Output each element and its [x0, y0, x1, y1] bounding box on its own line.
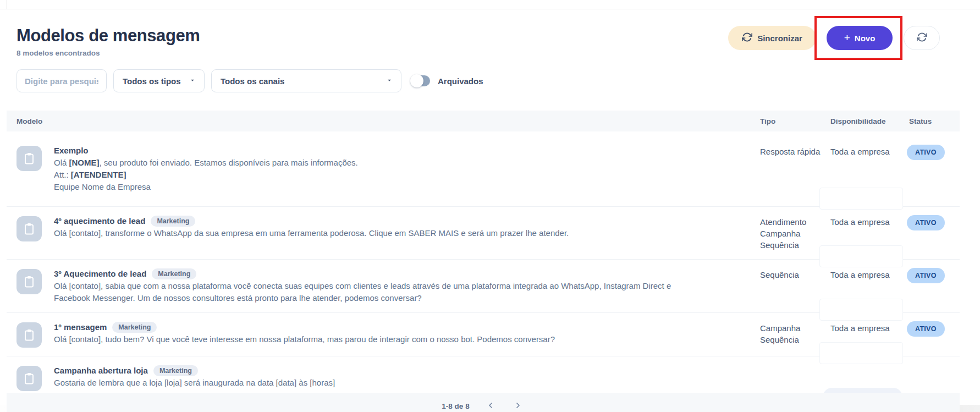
availability-cell: Toda a empresa: [824, 321, 902, 348]
content-panel: Modelos de mensagem 8 modelos encontrado…: [7, 9, 960, 412]
template-tag: Marketing: [153, 365, 198, 376]
template-description: Gostaria de lembra que a loja [loja] ser…: [54, 377, 335, 389]
status-badge: ATIVO: [907, 321, 945, 337]
clipboard-icon: [16, 146, 42, 171]
availability-cell: Toda a empresa: [824, 215, 902, 251]
archived-filter: Arquivados: [411, 75, 483, 86]
results-count: 8 modelos encontrados: [16, 49, 200, 57]
type-cell: [753, 365, 824, 391]
table-row[interactable]: 4º aquecimento de lead Marketing Olá [co…: [7, 207, 960, 260]
chevron-right-icon: [514, 401, 522, 411]
sync-button-label: Sincronizar: [757, 34, 802, 43]
availability-text: Toda a empresa: [830, 147, 890, 156]
channel-filter-select[interactable]: Todos os canais: [211, 69, 401, 92]
plus-icon: +: [844, 32, 850, 43]
top-bar: [0, 0, 980, 9]
template-tag: Marketing: [151, 216, 195, 227]
template-tag: Marketing: [152, 268, 196, 279]
clipboard-icon: [16, 366, 42, 391]
availability-text: Toda a empresa: [830, 217, 890, 227]
column-header-status: Status: [902, 117, 960, 125]
availability-cell: Toda a empresa: [824, 268, 902, 304]
template-name: 3º Aquecimento de lead: [54, 268, 146, 280]
type-filter-value: Todos os tipos: [123, 76, 181, 86]
templates-table: Modelo Tipo Disponibilidade Status Exemp…: [7, 111, 960, 400]
template-name: Exemplo: [54, 145, 89, 157]
template-name: Campanha abertura loja: [54, 365, 148, 377]
archived-label: Arquivados: [438, 76, 483, 86]
pagination-bar: 1-8 de 8: [7, 393, 960, 412]
table-header-row: Modelo Tipo Disponibilidade Status: [7, 111, 960, 131]
status-badge: ATIVO: [907, 145, 945, 160]
toggle-knob: [410, 74, 423, 87]
table-body: Exemplo Olá [NOME], seu produto foi envi…: [7, 131, 960, 400]
template-cell: 3º Aquecimento de lead Marketing Olá [co…: [7, 268, 753, 304]
message-templates-screen: Modelos de mensagem 8 modelos encontrado…: [0, 0, 980, 412]
channel-filter-value: Todos os canais: [221, 76, 284, 86]
template-description: Olá [contato], tudo bem? Vi que você tev…: [54, 333, 555, 345]
sync-icon: [742, 32, 752, 44]
type-filter-select[interactable]: Todos os tipos: [113, 69, 205, 92]
chevron-down-icon: [386, 76, 393, 86]
new-button[interactable]: + Novo: [827, 26, 893, 50]
availability-cell: (84) 4003-7750: [824, 365, 902, 391]
clipboard-icon: [16, 216, 42, 241]
status-badge: ATIVO: [907, 268, 945, 283]
table-row[interactable]: Exemplo Olá [NOME], seu produto foi envi…: [7, 131, 960, 207]
header-actions: Sincronizar + Novo: [728, 26, 940, 50]
page-title: Modelos de mensagem: [16, 26, 200, 46]
availability-cell: Toda a empresa: [824, 145, 902, 193]
type-cell: Resposta rápida: [753, 145, 824, 193]
template-name: 4º aquecimento de lead: [54, 215, 145, 227]
new-button-label: Novo: [855, 34, 876, 43]
sync-button[interactable]: Sincronizar: [728, 26, 816, 50]
top-bar-divider: [7, 0, 7, 9]
filter-bar: Todos os tipos Todos os canais Arquivado…: [7, 69, 960, 92]
availability-popover-placeholder: [819, 188, 903, 210]
refresh-icon: [917, 32, 927, 44]
clipboard-icon: [16, 269, 42, 294]
clipboard-icon: [16, 322, 42, 348]
archived-toggle[interactable]: [411, 75, 430, 86]
type-cell: Sequência: [753, 268, 824, 304]
chevron-left-icon: [486, 401, 495, 411]
pagination-next-button[interactable]: [511, 399, 525, 412]
new-button-wrapper: + Novo: [827, 26, 893, 50]
table-row[interactable]: 3º Aquecimento de lead Marketing Olá [co…: [7, 260, 960, 313]
pagination-range: 1-8 de 8: [442, 402, 469, 410]
template-cell: 4º aquecimento de lead Marketing Olá [co…: [7, 215, 753, 251]
status-badge: ATIVO: [907, 215, 945, 230]
template-description: Olá [NOME], seu produto foi enviado. Est…: [54, 157, 358, 193]
template-tag: Marketing: [112, 322, 157, 333]
template-description: Olá [contato], transforme o WhatsApp da …: [54, 227, 569, 239]
refresh-button[interactable]: [904, 26, 940, 50]
template-cell: Exemplo Olá [NOME], seu produto foi envi…: [7, 145, 753, 193]
column-header-modelo: Modelo: [7, 117, 753, 125]
table-row[interactable]: 1º mensagem Marketing Olá [contato], tud…: [7, 313, 960, 356]
type-cell: CampanhaSequência: [753, 321, 824, 348]
search-input[interactable]: [16, 69, 107, 92]
availability-text: Toda a empresa: [830, 323, 890, 333]
availability-text: Toda a empresa: [830, 270, 890, 279]
pagination-prev-button[interactable]: [484, 399, 497, 412]
title-block: Modelos de mensagem 8 modelos encontrado…: [16, 26, 200, 57]
column-header-disponibilidade: Disponibilidade: [824, 117, 902, 125]
template-cell: 1º mensagem Marketing Olá [contato], tud…: [7, 321, 753, 348]
page-header: Modelos de mensagem 8 modelos encontrado…: [7, 9, 960, 57]
type-cell: AtendimentoCampanhaSequência: [753, 215, 824, 251]
template-description: Olá [contato], sabia que com a nossa pla…: [54, 280, 703, 304]
chevron-down-icon: [189, 76, 196, 86]
column-header-tipo: Tipo: [753, 117, 824, 125]
template-cell: Campanha abertura loja Marketing Gostari…: [7, 365, 753, 391]
template-name: 1º mensagem: [54, 321, 107, 333]
